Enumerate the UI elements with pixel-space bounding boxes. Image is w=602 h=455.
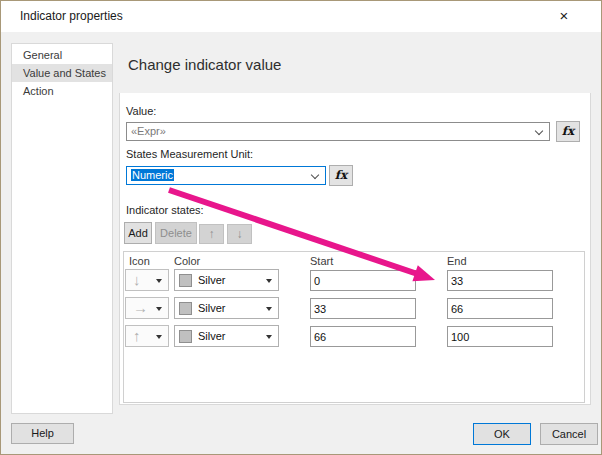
color-dropdown[interactable]: Silver [174,269,279,291]
chevron-down-icon [156,279,162,283]
column-header-icon: Icon [129,255,150,267]
column-header-color: Color [174,255,200,267]
arrow-down-icon: ↓ [133,271,141,288]
move-down-button[interactable]: ↓ [227,224,252,244]
value-label: Value: [126,105,156,117]
chevron-down-icon [535,127,543,135]
column-header-end: End [447,255,467,267]
color-name: Silver [198,302,226,314]
close-icon[interactable]: × [550,5,578,27]
unit-label: States Measurement Unit: [126,148,253,160]
color-dropdown[interactable]: Silver [174,325,279,347]
icon-dropdown[interactable]: ↑ [125,325,169,347]
page-title: Change indicator value [128,56,281,73]
dialog-title: Indicator properties [20,9,123,23]
column-header-start: Start [310,255,333,267]
delete-button[interactable]: Delete [155,222,197,244]
chevron-down-icon [311,171,319,179]
icon-dropdown[interactable]: → [125,297,169,319]
sidebar-item-value-and-states[interactable]: Value and States [12,64,112,82]
arrow-up-icon: ↑ [133,327,141,344]
indicator-states-table: Icon Color Start End ↓ Silver fx fx fx →… [123,251,585,403]
color-swatch-silver [179,330,192,343]
chevron-down-icon [156,307,162,311]
move-up-button[interactable]: ↑ [199,224,224,244]
arrow-down-icon: ↓ [237,227,243,241]
color-swatch-silver [179,302,192,315]
sidebar: General Value and States Action [11,43,113,414]
indicator-states-label: Indicator states: [126,204,204,216]
value-dropdown-text: «Expr» [131,125,166,137]
color-name: Silver [198,274,226,286]
unit-dropdown[interactable]: Numeric [126,166,326,185]
sidebar-item-general[interactable]: General [12,46,112,64]
color-swatch-silver [179,274,192,287]
indicator-properties-dialog: Indicator properties × General Value and… [0,0,602,455]
sidebar-item-action[interactable]: Action [12,82,112,100]
end-input[interactable] [447,298,553,319]
color-name: Silver [198,330,226,342]
value-fx-button[interactable]: fx [556,121,580,142]
arrow-up-icon: ↑ [209,227,215,241]
end-input[interactable] [447,270,553,291]
help-button[interactable]: Help [11,423,74,444]
chevron-down-icon [266,307,272,311]
start-input[interactable] [310,270,416,291]
chevron-down-icon [266,279,272,283]
cancel-button[interactable]: Cancel [540,423,598,445]
start-input[interactable] [310,326,416,347]
end-input[interactable] [447,326,553,347]
chevron-down-icon [266,335,272,339]
arrow-right-icon: → [133,299,148,316]
title-bar: Indicator properties × [1,1,601,32]
value-dropdown[interactable]: «Expr» [126,122,550,141]
add-button[interactable]: Add [124,222,152,244]
start-input[interactable] [310,298,416,319]
unit-fx-button[interactable]: fx [329,165,353,186]
ok-button[interactable]: OK [473,423,531,445]
unit-dropdown-text: Numeric [131,169,174,181]
chevron-down-icon [156,335,162,339]
color-dropdown[interactable]: Silver [174,297,279,319]
icon-dropdown[interactable]: ↓ [125,269,169,291]
